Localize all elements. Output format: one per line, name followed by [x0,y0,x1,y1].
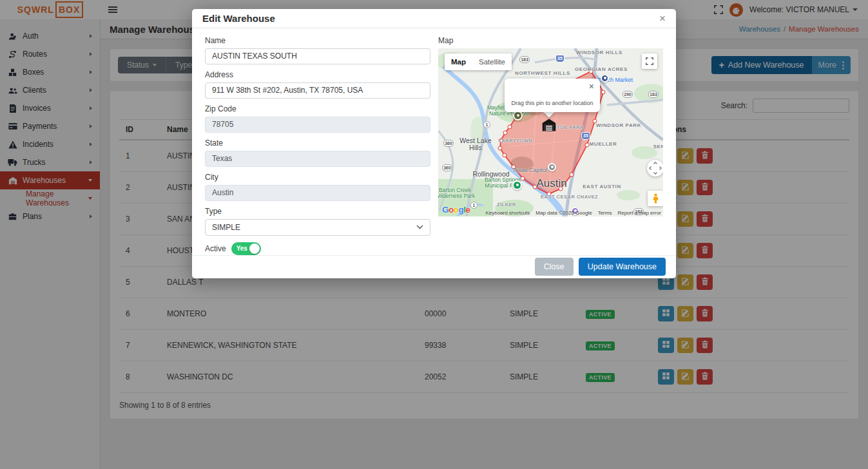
name-field[interactable] [205,48,430,64]
app-window: SQWRLBOX Welcome: VICTOR MANUEL AuthRout… [0,0,868,469]
active-toggle[interactable]: Yes [231,242,261,255]
map-type-control: Map Satellite [445,53,512,70]
update-warehouse-button[interactable]: Update Warehouse [579,258,666,276]
address-field[interactable] [205,82,430,99]
map-fullscreen-button[interactable] [642,53,657,69]
attribution-item[interactable]: Report a map error [617,210,661,216]
toggle-on-label: Yes [236,245,247,252]
city-field [205,185,430,201]
type-select-value: SIMPLE [212,223,240,232]
map-pan-control[interactable] [647,160,663,177]
zip-field [205,117,430,133]
address-label: Address [205,70,430,79]
close-icon[interactable]: × [659,13,666,24]
type-select[interactable]: SIMPLE [205,219,430,236]
active-label: Active [205,244,226,253]
modal-footer: Close Update Warehouse [192,255,676,278]
attribution-item: Map data ©2025 Google [535,210,592,216]
modal-header: Edit Warehouse × [192,9,676,28]
market-poi-marker [601,74,609,82]
google-logo: Google [442,205,470,215]
map-type-satellite-button[interactable]: Satellite [472,53,512,70]
modal-title: Edit Warehouse [202,13,275,24]
pool-poi-marker [512,180,522,190]
warehouse-form: Name Address Zip Code State City Type SI… [205,36,430,255]
street-view-pegman[interactable] [648,191,663,206]
map-infowindow: × Drag this pin to another location [505,79,600,112]
attribution-item[interactable]: Terms [598,210,612,216]
city-label: City [205,173,430,182]
close-button[interactable]: Close [535,258,574,276]
state-field [205,151,430,167]
modal-body: Name Address Zip Code State City Type SI… [192,28,676,255]
zip-label: Zip Code [205,104,430,113]
infowindow-close-icon[interactable]: × [589,81,594,91]
type-label: Type [205,207,430,216]
chevron-down-icon [416,225,423,229]
park-poi-marker [513,111,523,120]
warehouse-pin-marker[interactable] [541,118,557,134]
state-label: State [205,139,430,148]
infowindow-text: Drag this pin to another location [505,100,600,106]
map-label: Map [438,36,663,45]
edit-warehouse-modal: Edit Warehouse × Name Address Zip Code S… [192,9,676,278]
toggle-knob [249,244,260,254]
map-attribution: Keyboard shortcutsMap data ©2025 GoogleT… [485,210,661,216]
name-label: Name [205,36,430,45]
capitol-poi-marker [548,163,556,171]
attribution-item[interactable]: Keyboard shortcuts [485,210,530,216]
google-map[interactable]: WINDSOR HILLSNORTHWEST HILLSGEORGIAN ACR… [438,48,663,216]
map-type-map-button[interactable]: Map [445,53,472,70]
